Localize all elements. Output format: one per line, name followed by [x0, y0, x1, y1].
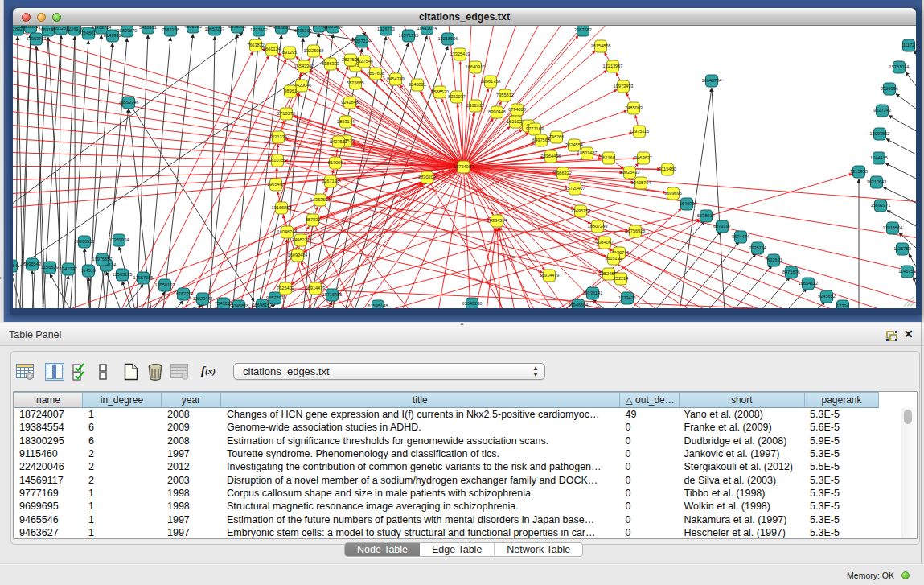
svg-text:8471676: 8471676 — [782, 270, 800, 274]
svg-text:16648784: 16648784 — [702, 78, 722, 83]
svg-text:12093852: 12093852 — [870, 131, 890, 136]
svg-text:16782759: 16782759 — [174, 291, 194, 296]
svg-text:164093: 164093 — [680, 201, 695, 206]
svg-text:12975115: 12975115 — [630, 129, 649, 134]
svg-text:10807487: 10807487 — [577, 150, 598, 155]
svg-text:2087682: 2087682 — [574, 27, 592, 32]
svg-text:16154808: 16154808 — [591, 43, 611, 48]
svg-text:16914479: 16914479 — [540, 273, 560, 278]
svg-text:7632621: 7632621 — [765, 257, 782, 262]
svg-text:19384554: 19384554 — [487, 218, 507, 223]
svg-text:1146753: 1146753 — [898, 269, 915, 274]
svg-text:9329966: 9329966 — [881, 86, 898, 91]
svg-text:8660124: 8660124 — [263, 47, 281, 51]
svg-text:9699695: 9699695 — [664, 191, 682, 196]
svg-text:9674444: 9674444 — [732, 234, 749, 239]
svg-text:10653267: 10653267 — [205, 27, 225, 31]
svg-text:28809570: 28809570 — [117, 28, 138, 33]
svg-text:15716485: 15716485 — [322, 292, 343, 297]
svg-text:1221334: 1221334 — [269, 134, 287, 139]
svg-text:12023448: 12023448 — [193, 296, 213, 301]
svg-text:887832: 887832 — [306, 217, 321, 222]
svg-text:16046748: 16046748 — [277, 229, 298, 234]
svg-text:9245652: 9245652 — [818, 294, 836, 299]
svg-text:8148932: 8148932 — [104, 33, 121, 38]
svg-text:5098393: 5098393 — [228, 26, 246, 29]
svg-text:9657791: 9657791 — [266, 295, 284, 300]
svg-text:65648236: 65648236 — [462, 301, 483, 306]
svg-text:10654112: 10654112 — [799, 281, 818, 286]
svg-text:5430391: 5430391 — [139, 26, 157, 30]
svg-text:7357224: 7357224 — [353, 39, 371, 43]
svg-text:1621022: 1621022 — [507, 119, 524, 124]
svg-text:891295: 891295 — [282, 50, 298, 55]
svg-text:2803144: 2803144 — [337, 119, 355, 124]
svg-text:7182278: 7182278 — [162, 27, 179, 32]
svg-text:6998543: 6998543 — [23, 262, 41, 266]
svg-text:1156829: 1156829 — [41, 265, 58, 270]
svg-text:61595148: 61595148 — [368, 303, 388, 308]
svg-text:18807249: 18807249 — [588, 224, 608, 229]
svg-text:2830203: 2830203 — [418, 175, 436, 179]
svg-text:9242848: 9242848 — [341, 100, 359, 105]
svg-text:16033809: 16033809 — [323, 26, 343, 29]
svg-text:3267130: 3267130 — [322, 179, 339, 183]
svg-text:9777169: 9777169 — [526, 126, 544, 131]
svg-text:7955812: 7955812 — [496, 93, 514, 97]
svg-text:252214: 252214 — [614, 276, 629, 281]
svg-text:8322037: 8322037 — [448, 94, 466, 99]
svg-text:54145868: 54145868 — [229, 303, 249, 308]
svg-text:9115460: 9115460 — [659, 167, 676, 171]
svg-text:11172: 11172 — [903, 43, 915, 47]
svg-text:2718176: 2718176 — [277, 111, 295, 116]
svg-text:1610755: 1610755 — [269, 158, 286, 163]
svg-text:55698169: 55698169 — [253, 303, 273, 307]
svg-text:1326773: 1326773 — [377, 27, 395, 31]
svg-text:15136141: 15136141 — [583, 290, 603, 295]
svg-text:39154: 39154 — [13, 263, 18, 268]
svg-text:13495794: 13495794 — [631, 180, 651, 185]
svg-text:5938914: 5938914 — [697, 213, 715, 218]
svg-text:9227343: 9227343 — [873, 108, 891, 113]
svg-text:10756928: 10756928 — [626, 229, 646, 233]
svg-text:16640910: 16640910 — [466, 64, 486, 69]
svg-text:18724007: 18724007 — [454, 164, 474, 169]
svg-text:14353594: 14353594 — [310, 197, 331, 202]
svg-text:1965498: 1965498 — [267, 182, 285, 187]
svg-text:1733426: 1733426 — [618, 295, 636, 300]
svg-text:10961758: 10961758 — [481, 79, 501, 84]
svg-text:18413074: 18413074 — [417, 26, 437, 31]
svg-text:8990448: 8990448 — [488, 109, 506, 114]
svg-text:17957265: 17957265 — [133, 275, 154, 280]
svg-text:13495754: 13495754 — [571, 208, 591, 213]
svg-text:10973493: 10973493 — [614, 84, 634, 89]
svg-text:1588520: 1588520 — [431, 89, 449, 94]
svg-text:16543362: 16543362 — [294, 64, 314, 68]
svg-text:15751074: 15751074 — [889, 64, 910, 69]
svg-text:1327602: 1327602 — [250, 27, 268, 32]
svg-text:4896383: 4896383 — [184, 26, 202, 29]
svg-text:16093484: 16093484 — [288, 253, 308, 257]
svg-text:2827505: 2827505 — [342, 57, 359, 62]
svg-text:1244415: 1244415 — [870, 155, 888, 160]
svg-text:51462704: 51462704 — [92, 26, 112, 30]
svg-text:1615132: 1615132 — [605, 256, 622, 261]
svg-text:10958107: 10958107 — [155, 282, 175, 287]
svg-text:13325419: 13325419 — [450, 51, 470, 56]
svg-text:9463627: 9463627 — [634, 155, 652, 160]
svg-text:1362615: 1362615 — [466, 103, 484, 108]
svg-text:6879197: 6879197 — [713, 224, 731, 229]
svg-text:6794028: 6794028 — [508, 107, 526, 112]
svg-text:1498222: 1498222 — [292, 237, 310, 242]
svg-text:6406102: 6406102 — [294, 28, 312, 33]
svg-text:13953767: 13953767 — [27, 36, 47, 41]
svg-text:7663822: 7663822 — [247, 43, 265, 47]
svg-text:16210643: 16210643 — [867, 179, 887, 184]
svg-text:20206555: 20206555 — [75, 239, 95, 244]
svg-text:16914479: 16914479 — [306, 286, 326, 290]
svg-text:9146821: 9146821 — [409, 82, 426, 87]
svg-text:29946804: 29946804 — [569, 303, 589, 307]
svg-text:19166852: 19166852 — [272, 205, 292, 210]
svg-text:4738299: 4738299 — [273, 26, 290, 30]
svg-text:19218506: 19218506 — [438, 36, 458, 41]
